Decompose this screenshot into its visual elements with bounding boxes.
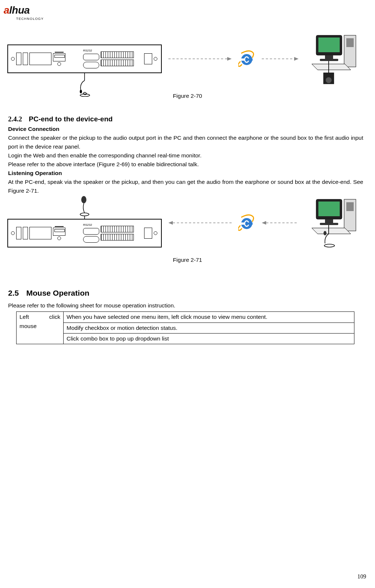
table-cell-text: Left — [19, 313, 29, 321]
svg-marker-25 — [168, 221, 173, 225]
section-title-2-4-2: PC-end to the device-end — [29, 115, 113, 123]
microphone-icon — [77, 196, 92, 220]
table-cell-text: Click combo box to pop up dropdown list — [64, 333, 354, 344]
arrow-left-icon — [168, 220, 232, 225]
svg-rect-14 — [318, 38, 340, 52]
svg-marker-32 — [262, 221, 266, 225]
section-number-2-5: 2.5 — [8, 289, 25, 297]
section-title-2-5: Mouse Operation — [26, 289, 90, 297]
figure-caption-2-70: Figure 2-70 — [7, 84, 368, 110]
svg-rect-16 — [320, 59, 338, 61]
svg-rect-31 — [245, 222, 253, 225]
svg-rect-9 — [245, 58, 253, 61]
section-number-2-4-2: 2.4.2 — [8, 115, 27, 123]
table-row: Left click mouse When you have selected … — [17, 312, 354, 322]
arrow-left-icon — [262, 220, 299, 225]
subheading-device-connection: Device Connection — [8, 125, 363, 133]
paragraph: Connect the speaker or the pickup to the… — [8, 133, 363, 151]
subheading-listening-operation: Listening Operation — [8, 169, 363, 178]
page-number: 109 — [357, 572, 366, 581]
svg-rect-15 — [325, 55, 333, 59]
paragraph: Login the Web and then enable the corres… — [8, 151, 363, 160]
paragraph: At the PC-end, speak via the speaker or … — [8, 178, 363, 195]
svg-point-41 — [324, 231, 326, 235]
table-cell-text: click — [49, 313, 60, 321]
figure-caption-2-71: Figure 2-71 — [7, 248, 368, 274]
paragraph: Please refer to the above interface (Fig… — [8, 160, 363, 169]
logo-text-rest: lhua — [9, 4, 30, 16]
table-row: Click combo box to pop up dropdown list — [17, 333, 354, 344]
svg-point-2 — [80, 94, 90, 97]
brand-logo: alhua TECHNOLOGY — [4, 0, 368, 26]
pc-with-mic-icon — [305, 197, 364, 249]
device-rear-panel-icon: RS232 — [7, 219, 162, 247]
table-cell-text: When you have selected one menu item, le… — [64, 312, 354, 322]
svg-rect-37 — [320, 223, 338, 225]
arrow-right-icon — [262, 56, 299, 61]
figure-2-71-block: RS232 — [4, 195, 368, 278]
table-cell-text: Modify checkbox or motion detection stat… — [64, 322, 354, 333]
logo-subtext: TECHNOLOGY — [4, 17, 368, 22]
microphone-icon — [77, 72, 92, 97]
svg-marker-4 — [227, 57, 232, 61]
figure-2-70-block: RS232 — [4, 26, 368, 114]
logo-letter-a: a — [4, 4, 9, 16]
section-2-5-intro: Please refer to the following sheet for … — [4, 301, 368, 311]
table-row: Modify checkbox or motion detection stat… — [17, 322, 354, 333]
arrow-right-icon — [168, 56, 232, 61]
svg-rect-39 — [346, 202, 354, 211]
table-cell-text: mouse — [19, 322, 60, 331]
svg-rect-36 — [325, 219, 333, 223]
svg-point-23 — [80, 213, 89, 216]
pc-with-speaker-icon — [305, 33, 364, 85]
svg-marker-12 — [294, 57, 299, 61]
device-rear-panel-icon: RS232 — [7, 44, 162, 73]
internet-explorer-icon — [238, 50, 255, 67]
internet-explorer-icon — [238, 214, 255, 231]
svg-point-1 — [80, 90, 82, 93]
svg-point-21 — [326, 77, 332, 83]
mouse-operation-table: Left click mouse When you have selected … — [16, 311, 354, 344]
svg-point-22 — [81, 196, 86, 203]
svg-rect-35 — [318, 202, 340, 216]
svg-rect-18 — [346, 38, 354, 47]
svg-point-42 — [324, 244, 335, 247]
